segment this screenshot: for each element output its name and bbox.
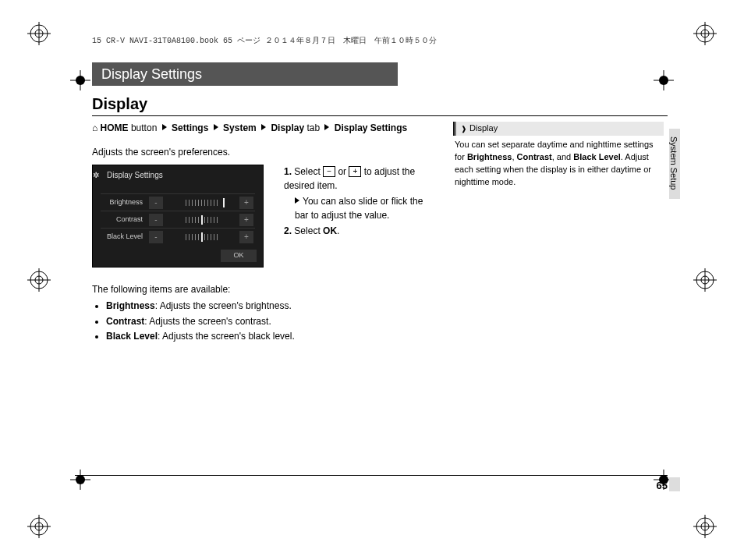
tip-title: Display <box>469 123 498 133</box>
crop-mark-icon <box>27 268 51 292</box>
tip-text: Contrast <box>517 152 552 161</box>
screenshot-row-brightness: Brightness - + <box>101 193 255 211</box>
breadcrumb-part: HOME <box>101 122 129 133</box>
screenshot-row-contrast: Contrast - + <box>101 211 255 229</box>
items-list: Brightness: Adjusts the screen's brightn… <box>92 299 427 343</box>
minus-button: - <box>149 214 163 226</box>
plus-button: + <box>239 214 253 226</box>
tip-body: You can set separate daytime and nightti… <box>453 136 664 189</box>
step-text: Select <box>294 166 323 177</box>
item-name: Brightness <box>106 300 155 311</box>
right-column: ❱ Display You can set separate daytime a… <box>453 122 664 189</box>
home-icon: ⌂ <box>92 122 101 133</box>
footer-rule <box>75 475 668 476</box>
breadcrumb-part: Settings <box>172 122 208 133</box>
crop-mark-icon <box>27 515 51 538</box>
slider-bar <box>168 214 235 225</box>
left-column: ⌂ HOME button Settings System Display ta… <box>92 122 427 345</box>
header-metadata: 15 CR-V NAVI-31T0A8100.book 65 ページ ２０１４年… <box>92 35 437 46</box>
breadcrumb-part: Display <box>271 122 304 133</box>
step-1: 1. Select − or + to adjust the desired i… <box>284 165 432 193</box>
breadcrumb-part: System <box>223 122 257 133</box>
row-label: Contrast <box>101 214 147 225</box>
step-number: 2. <box>284 225 292 236</box>
page-number: 65 <box>657 480 668 491</box>
screenshot-title: Display Settings <box>107 170 163 182</box>
ok-button: OK <box>221 250 257 262</box>
item-name: Contrast <box>106 316 144 327</box>
gear-icon: ✲ <box>92 170 100 182</box>
breadcrumb-part: button <box>131 122 157 133</box>
step-text: . <box>337 225 339 236</box>
breadcrumb-part: Display Settings <box>335 122 407 133</box>
plus-button: + <box>239 197 253 209</box>
horizontal-rule <box>92 115 668 116</box>
register-cross-icon <box>70 470 90 490</box>
slider-bar <box>168 197 235 208</box>
plus-icon: + <box>349 166 361 177</box>
item-desc: : Adjusts the screen's contrast. <box>144 316 271 327</box>
chevron-right-icon <box>162 124 167 130</box>
step-text: or <box>335 166 349 177</box>
register-cross-icon <box>70 70 90 90</box>
chevron-right-icon <box>324 124 329 130</box>
minus-button: - <box>149 231 163 243</box>
crop-mark-icon <box>693 22 717 45</box>
side-label: System Setup <box>669 136 678 190</box>
item-name: Black Level <box>106 331 158 342</box>
intro-text: Adjusts the screen's preferences. <box>92 146 427 159</box>
row-label: Black Level <box>101 232 147 242</box>
item-desc: : Adjusts the screen's black level. <box>158 331 295 342</box>
list-item: Contrast: Adjusts the screen's contrast. <box>106 315 427 328</box>
display-settings-screenshot: ✲ Display Settings Brightness - + Contra… <box>92 165 264 268</box>
screenshot-row-black-level: Black Level - + <box>101 228 255 246</box>
step-text: You can also slide or flick the bar to a… <box>295 196 423 221</box>
step-number: 1. <box>284 166 292 177</box>
chevron-right-icon <box>261 124 266 130</box>
chevron-right-icon <box>214 124 218 130</box>
section-bar: Display Settings <box>92 62 398 86</box>
chevron-right-icon <box>295 197 299 204</box>
minus-button: - <box>149 197 163 209</box>
list-item: Brightness: Adjusts the screen's brightn… <box>106 299 427 313</box>
row-label: Brightness <box>101 197 147 207</box>
crop-mark-icon <box>693 515 717 538</box>
list-item: Black Level: Adjusts the screen's black … <box>106 330 427 343</box>
crop-mark-icon <box>693 268 717 292</box>
page: { "header_line": "15 CR-V NAVI-31T0A8100… <box>0 0 744 560</box>
instructions: 1. Select − or + to adjust the desired i… <box>284 165 432 238</box>
tip-text: Black Level <box>573 152 621 161</box>
step-1-sub: You can also slide or flick the bar to a… <box>284 194 432 222</box>
section-title: Display <box>92 95 147 113</box>
plus-button: + <box>239 231 253 243</box>
item-desc: : Adjusts the screen's brightness. <box>155 300 292 311</box>
section-bar-title: Display Settings <box>101 66 202 83</box>
below-text: The following items are available: <box>92 283 427 296</box>
double-chevron-icon: ❱ <box>461 125 467 133</box>
footer-tab <box>669 477 680 491</box>
step-2: 2. Select OK. <box>284 224 432 238</box>
breadcrumb: ⌂ HOME button Settings System Display ta… <box>92 122 427 135</box>
breadcrumb-part: tab <box>306 122 320 133</box>
register-cross-icon <box>654 70 674 90</box>
step-text: Select <box>294 225 323 236</box>
crop-mark-icon <box>27 22 51 45</box>
step-text: OK <box>323 225 337 236</box>
minus-icon: − <box>323 166 335 177</box>
tip-header: ❱ Display <box>453 122 664 136</box>
tip-text: Brightness <box>467 152 512 161</box>
tip-text: , and <box>552 152 574 161</box>
slider-bar <box>168 232 235 243</box>
